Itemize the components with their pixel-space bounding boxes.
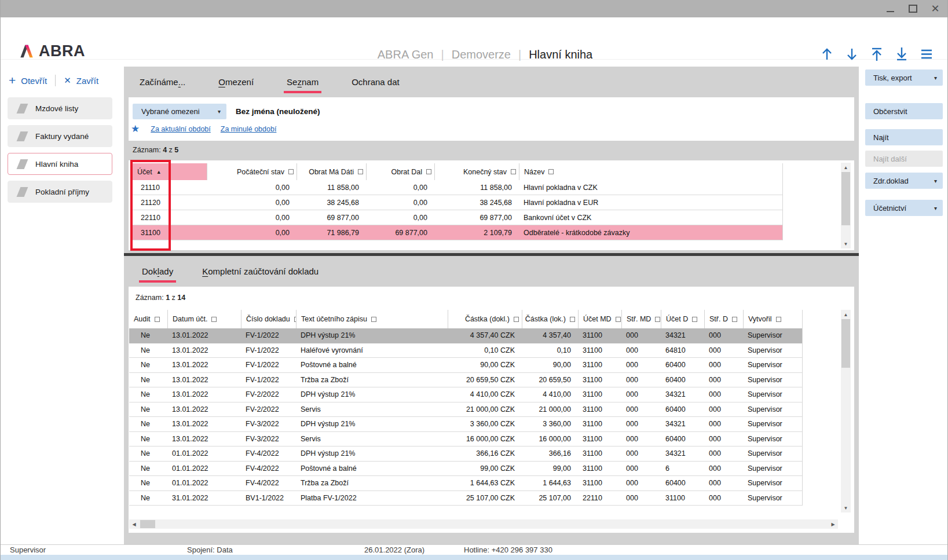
table-cell: 0,10 CZK: [448, 343, 522, 358]
sort-box-icon[interactable]: [548, 169, 554, 174]
selected-restriction-dropdown[interactable]: Vybrané omezeni ▾: [133, 104, 226, 119]
tab-seznam[interactable]: Seznam: [287, 67, 319, 97]
table-row[interactable]: 211200,0038 245,680,0038 245,68Hlavní po…: [133, 195, 782, 210]
table-cell: Supervisor: [743, 462, 802, 476]
table-row[interactable]: Ne01.01.2022FV-4/2022DPH výstup 21%366,1…: [129, 446, 802, 462]
table-row[interactable]: Ne13.01.2022FV-1/2022Haléřové vyrovnání0…: [129, 343, 802, 358]
previous-record-icon[interactable]: [820, 46, 834, 62]
table-row[interactable]: Ne13.01.2022FV-3/2022DPH výstup 21%3 360…: [129, 417, 802, 432]
next-record-icon[interactable]: [845, 46, 859, 62]
table-row[interactable]: Ne01.01.2022FV-4/2022Poštovné a balné99,…: [129, 462, 802, 477]
column-header[interactable]: Konečný stav: [434, 163, 519, 180]
scrollbar-thumb[interactable]: [140, 520, 155, 528]
column-header[interactable]: Počáteční stav: [207, 163, 297, 180]
tab-ochrana-dat[interactable]: Ochrana dat: [352, 67, 400, 97]
table-cell: Platba FV-1/2022: [296, 491, 448, 506]
minimize-button[interactable]: [885, 3, 895, 14]
first-record-icon[interactable]: [870, 46, 884, 62]
table-cell: 20 659,50 CZK: [448, 373, 522, 387]
sort-box-icon[interactable]: [358, 169, 363, 174]
open-button[interactable]: Otevřít: [21, 76, 47, 86]
sort-box-icon[interactable]: [570, 317, 575, 322]
action-button-ob-erstvit[interactable]: Občerstvit: [865, 103, 943, 119]
sort-box-icon[interactable]: [211, 317, 217, 322]
column-header[interactable]: Audit: [129, 310, 167, 328]
column-header[interactable]: Text účetního zápisu: [296, 310, 448, 328]
table-row[interactable]: Ne13.01.2022FV-2/2022Servis21 000,00 CZK…: [129, 402, 802, 418]
status-connection: Spojení: Data: [187, 546, 233, 554]
table-row[interactable]: 221100,0069 877,000,0069 877,00Bankovní …: [133, 210, 782, 225]
sidebar-item-faktury-vydan-[interactable]: Faktury vydané: [8, 125, 112, 147]
sort-box-icon[interactable]: [155, 317, 160, 322]
accounts-vertical-scrollbar[interactable]: ▲ ▼: [841, 163, 851, 248]
tab-doklady[interactable]: Doklady: [142, 256, 173, 287]
table-cell: 0,00: [207, 210, 297, 225]
column-header[interactable]: Účet D: [661, 310, 704, 328]
sort-box-icon[interactable]: [511, 169, 516, 174]
column-header[interactable]: Částka (lok.): [522, 310, 578, 328]
scroll-right-icon[interactable]: ▶: [828, 519, 838, 529]
tab-omezen-[interactable]: Omezení: [218, 67, 254, 97]
environment-label: Demoverze: [452, 48, 511, 61]
action-button--etnictv-[interactable]: Účetnictví▾: [865, 200, 943, 216]
column-header[interactable]: Částka (dokl.): [448, 310, 522, 328]
column-header[interactable]: Účet MD: [578, 310, 621, 328]
scroll-down-icon[interactable]: ▼: [841, 503, 851, 513]
last-record-icon[interactable]: [895, 46, 909, 62]
sidebar-item-hlavn-kniha[interactable]: Hlavní kniha: [8, 153, 112, 175]
close-agenda-button[interactable]: Zavřít: [76, 76, 98, 86]
column-header[interactable]: Obrat Má Dáti: [297, 163, 366, 180]
action-button-zdr-doklad[interactable]: Zdr.doklad▾: [865, 173, 943, 189]
table-row[interactable]: Ne13.01.2022FV-3/2022Servis16 000,00 CZK…: [129, 432, 802, 447]
sort-box-icon[interactable]: [692, 317, 697, 322]
menu-icon[interactable]: [920, 46, 934, 62]
sort-box-icon[interactable]: [616, 317, 621, 322]
table-cell: DPH výstup 21%: [296, 387, 448, 402]
table-row[interactable]: 211100,0011 858,000,0011 858,00Hlavní po…: [133, 180, 782, 195]
column-header[interactable]: Obrat Dal: [366, 163, 434, 180]
page-title: Hlavní kniha: [529, 48, 592, 61]
table-cell: 000: [621, 328, 661, 343]
documents-horizontal-scrollbar[interactable]: ◀ ▶: [129, 519, 838, 529]
column-header[interactable]: Stř. D: [704, 310, 743, 328]
sort-box-icon[interactable]: [371, 317, 376, 322]
scrollbar-thumb[interactable]: [841, 319, 850, 368]
tab-kompletn-za-tov-n-dokladu[interactable]: Kompletní zaúčtování dokladu: [202, 256, 319, 287]
sort-box-icon[interactable]: [732, 317, 737, 322]
favorite-star-icon[interactable]: ★: [131, 124, 140, 134]
sort-box-icon[interactable]: [288, 169, 294, 174]
app-title: ABRA Gen: [378, 48, 434, 61]
sort-box-icon[interactable]: [655, 317, 660, 322]
documents-vertical-scrollbar[interactable]: ▲ ▼: [841, 310, 851, 513]
current-period-link[interactable]: Za aktuální období: [151, 125, 211, 133]
previous-period-link[interactable]: Za minulé období: [221, 125, 277, 133]
maximize-button[interactable]: [907, 3, 918, 14]
agenda-icon: [17, 159, 28, 169]
action-button-naj-t[interactable]: Najít: [865, 129, 943, 145]
table-row[interactable]: Ne13.01.2022FV-1/2022DPH výstup 21%4 357…: [129, 328, 802, 343]
column-header[interactable]: Datum účt.: [167, 310, 241, 328]
scroll-down-icon[interactable]: ▼: [841, 239, 851, 248]
column-header[interactable]: Stř. MD: [621, 310, 661, 328]
scrollbar-thumb[interactable]: [841, 172, 850, 225]
action-button-tisk-export[interactable]: Tisk, export▾: [865, 69, 943, 86]
table-row[interactable]: Ne13.01.2022FV-1/2022Poštovné a balné90,…: [129, 358, 802, 373]
sort-box-icon[interactable]: [426, 169, 431, 174]
table-row[interactable]: 311000,0071 986,7969 877,002 109,79Odběr…: [133, 225, 782, 240]
column-header[interactable]: Vytvořil: [743, 310, 802, 328]
sort-box-icon[interactable]: [776, 317, 781, 322]
tab-za-n-me-[interactable]: Začínáme...: [140, 67, 185, 97]
table-row[interactable]: Ne13.01.2022FV-2/2022DPH výstup 21%4 410…: [129, 387, 802, 402]
column-header[interactable]: Číslo dokladu: [241, 310, 296, 328]
scroll-up-icon[interactable]: ▲: [841, 163, 851, 172]
close-button[interactable]: ✕: [930, 3, 940, 14]
scroll-left-icon[interactable]: ◀: [129, 519, 139, 529]
table-row[interactable]: Ne01.01.2022FV-4/2022Tržba za Zboží1 644…: [129, 476, 802, 491]
scroll-up-icon[interactable]: ▲: [841, 310, 851, 319]
sidebar-item-mzdov-listy[interactable]: Mzdové listy: [8, 97, 112, 119]
sort-box-icon[interactable]: [514, 317, 519, 322]
table-row[interactable]: Ne31.01.2022BV1-1/2022Platba FV-1/202225…: [129, 491, 802, 506]
table-row[interactable]: Ne13.01.2022FV-1/2022Tržba za Zboží20 65…: [129, 373, 802, 388]
column-header[interactable]: Název: [519, 163, 782, 180]
sidebar-item-pokladn-p-jmy[interactable]: Pokladní příjmy: [8, 181, 112, 203]
